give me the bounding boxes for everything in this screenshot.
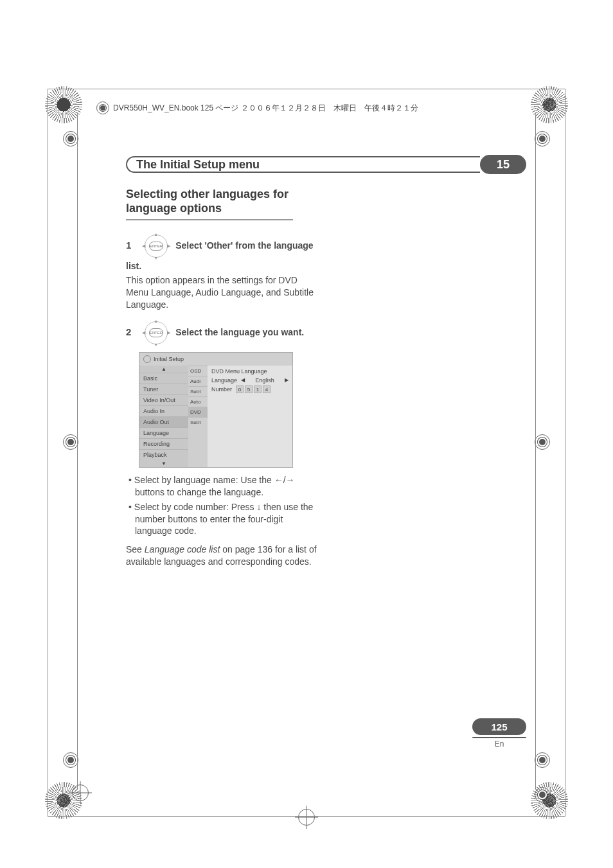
osd-left-item: Audio Out [139,416,188,427]
print-registration-mark [63,434,78,450]
book-meta-text: DVR550H_WV_EN.book 125 ページ ２００６年１２月２８日 木… [113,103,418,114]
osd-screenshot: Initial Setup ▲ Basic Tuner Video In/Out… [139,352,293,468]
nav-down-icon: ▼ [154,342,158,347]
osd-left-item: Audio In [139,405,188,416]
osd-field-label: Language [211,377,237,384]
osd-left-menu: ▲ Basic Tuner Video In/Out Audio In Audi… [139,366,188,467]
nav-up-icon: ▲ [154,232,158,236]
print-registration-mark [63,752,78,768]
osd-left-item: Recording [139,438,188,449]
print-registration-corner [533,89,565,121]
nav-right-icon: ▶ [167,244,170,249]
arrow-left-icon: ← [274,475,283,485]
digit: 4 [263,385,271,393]
crop-guide [48,816,565,817]
chapter-title: The Initial Setup menu [126,156,480,173]
step-2-text: Select the language you want. [175,327,304,337]
nav-left-icon: ◀ [142,330,145,335]
reference-title: Language code list [145,544,220,554]
osd-number-digits: 0514 [236,385,272,393]
crop-guide [77,114,78,790]
osd-left-item: Basic [139,373,188,384]
print-registration-mark [63,131,78,146]
scroll-down-icon: ▼ [139,460,188,467]
bullet-1: Select by language name: Use the ←/→ but… [135,474,319,499]
print-registration-corner [48,89,80,121]
step-number: 2 [126,326,131,337]
osd-right-header: DVD Menu Language [211,368,289,375]
osd-left-item: Language [139,427,188,438]
osd-mid-item: Subt [188,417,208,427]
osd-mid-item: Audi [188,376,208,386]
section-title: Selecting other languages for language o… [126,188,293,220]
digit: 5 [245,385,253,393]
osd-title: Initial Setup [154,356,184,362]
enter-label: ENTER [149,242,163,251]
crop-guide [48,89,48,817]
page-number: 125 [472,718,526,735]
crop-guide [535,114,536,790]
triangle-right-icon: ▶ [285,377,289,383]
scroll-up-icon: ▲ [139,366,188,373]
triangle-left-icon: ◀ [241,377,245,383]
print-cross-mark [298,809,315,826]
digit: 1 [254,385,262,393]
gear-icon [143,355,151,363]
step-number: 1 [126,240,131,251]
nav-up-icon: ▲ [154,319,158,323]
content-column: Selecting other languages for language o… [126,188,319,568]
step-1-description: This option appears in the settings for … [126,274,319,311]
enter-label: ENTER [149,328,163,337]
osd-titlebar: Initial Setup [139,353,292,366]
osd-left-item: Tuner [139,384,188,394]
print-registration-mark [535,752,550,768]
book-meta-line: DVR550H_WV_EN.book 125 ページ ２００６年１２月２８日 木… [96,102,418,114]
osd-mid-item: DVD [188,407,208,417]
bullet-2: Select by code number: Press ↓ then use … [135,501,319,538]
nav-right-icon: ▶ [167,330,170,335]
page-number-badge: 125 En [472,718,526,748]
nav-left-icon: ◀ [142,244,145,249]
osd-field-label: Number [211,386,232,393]
print-cross-mark [72,784,89,801]
nav-down-icon: ▼ [154,256,158,260]
chapter-header: The Initial Setup menu 15 [126,155,526,173]
osd-mid-item: Subt [188,386,208,396]
enter-button-icon: ▲ ▼ ◀ ▶ ENTER [142,232,170,260]
enter-button-icon: ▲ ▼ ◀ ▶ ENTER [142,319,170,347]
osd-field-value: English [249,377,281,384]
print-registration-icon [96,102,109,114]
osd-mid-item: OSD [188,366,208,376]
arrow-right-icon: → [286,475,295,485]
osd-mid-item: Auto [188,396,208,407]
step-2: 2 ▲ ▼ ◀ ▶ ENTER Select the language you … [126,319,319,347]
crop-guide [565,89,565,817]
print-registration-mark [535,787,550,802]
print-registration-mark [535,434,550,450]
page-language: En [472,740,526,748]
reference-text: See Language code list on page 136 for a… [126,544,319,568]
crop-guide [48,89,565,89]
osd-mid-menu: OSD Audi Subt Auto DVD Subt [188,366,208,467]
osd-left-item: Playback [139,449,188,460]
step-1: 1 ▲ ▼ ◀ ▶ ENTER Select 'Other' from the … [126,232,319,272]
digit: 0 [236,385,244,393]
chapter-number: 15 [480,155,526,174]
osd-left-item: Video In/Out [139,394,188,405]
print-registration-mark [535,131,550,146]
osd-right-panel: DVD Menu Language Language ◀ English ▶ N… [208,366,292,467]
